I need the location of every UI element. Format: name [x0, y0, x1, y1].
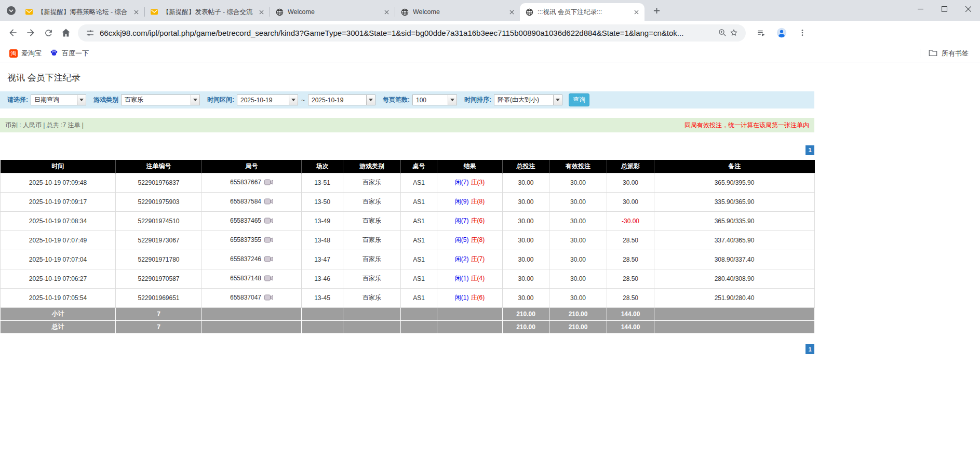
tune-icon[interactable]: [84, 27, 96, 38]
result-banker: 庄(6): [471, 294, 485, 301]
media-controls-icon[interactable]: [753, 25, 769, 40]
close-icon[interactable]: [632, 8, 640, 16]
cell-result: 闲(7)庄(6): [437, 211, 503, 230]
search-button[interactable]: 查询: [569, 93, 589, 106]
window-close-button[interactable]: [956, 0, 980, 18]
url-text[interactable]: 66cxkj98.com/ipl/portal.php/game/betreco…: [100, 29, 713, 37]
tab-forum-1[interactable]: 【新提醒】海燕策略论坛 - 综合: [20, 3, 144, 21]
column-header: 总投注: [503, 160, 549, 173]
page-size-label: 每页笔数:: [383, 96, 410, 104]
bet-table: 时间注单编号局号场次游戏类别桌号结果总投注有效投注总派彩备注 2025-10-1…: [0, 160, 815, 334]
taobao-icon: 淘: [9, 49, 18, 58]
home-button[interactable]: [57, 24, 75, 42]
bookmark-taobao[interactable]: 淘 爱淘宝: [5, 47, 46, 60]
close-icon[interactable]: [382, 8, 391, 16]
folder-icon: [929, 49, 937, 58]
round-number: 655837355: [230, 236, 261, 243]
bookmark-baidu[interactable]: 百度一下: [46, 46, 93, 60]
result-player: 闲(7): [455, 179, 469, 186]
table-row: 2025-10-19 07:09:17 522901975903 6558375…: [1, 192, 815, 211]
cell-valid-bet: 30.00: [549, 192, 607, 211]
round-number: 655837047: [230, 294, 261, 301]
cell-total-bet-link[interactable]: 30.00: [503, 250, 549, 269]
menu-kebab-icon[interactable]: [795, 25, 810, 40]
cell-valid-bet: 30.00: [549, 173, 607, 192]
zoom-icon[interactable]: [717, 27, 728, 38]
cell-total-bet-link[interactable]: 30.00: [503, 288, 549, 307]
date-to-value: 2025-10-19: [308, 95, 366, 105]
cell-game-type: 百家乐: [343, 173, 401, 192]
minimize-button[interactable]: [908, 0, 932, 18]
column-header: 备注: [654, 160, 815, 173]
cell-total-bet-link[interactable]: 30.00: [503, 192, 549, 211]
video-replay-icon[interactable]: [264, 237, 273, 245]
video-replay-icon[interactable]: [264, 180, 273, 187]
forward-button[interactable]: [22, 24, 39, 42]
new-tab-button[interactable]: [650, 4, 663, 17]
cell-session: 13-51: [302, 173, 343, 192]
cell-bet-id: 522901969651: [116, 288, 202, 307]
sort-label: 时间排序:: [464, 96, 491, 104]
maximize-button[interactable]: [932, 0, 956, 18]
video-replay-icon[interactable]: [264, 199, 273, 206]
date-to-select[interactable]: 2025-10-19: [308, 94, 375, 105]
bookmark-star-icon[interactable]: [728, 27, 740, 38]
cell-session: 13-45: [302, 288, 343, 307]
table-row: 2025-10-19 07:05:54 522901969651 6558370…: [1, 288, 815, 307]
subtotal-valid-bet: 210.00: [549, 307, 607, 320]
cell-remark: 308.90/337.40: [654, 250, 815, 269]
mail-icon: [150, 8, 158, 16]
chevron-down-icon: [289, 95, 298, 105]
cell-result: 闲(9)庄(8): [437, 192, 503, 211]
cell-session: 13-47: [302, 250, 343, 269]
close-icon[interactable]: [132, 8, 140, 16]
video-replay-icon[interactable]: [264, 295, 273, 302]
total-total-bet: 210.00: [503, 320, 549, 333]
video-replay-icon[interactable]: [264, 256, 273, 264]
sort-select[interactable]: 降幂(由大到小): [494, 94, 562, 105]
date-from-select[interactable]: 2025-10-19: [237, 94, 298, 105]
subtotal-label: 小计: [1, 307, 116, 320]
table-row: 2025-10-19 07:07:04 522901971780 6558372…: [1, 250, 815, 269]
cell-payout: 30.00: [607, 192, 654, 211]
column-header: 注单编号: [116, 160, 202, 173]
query-type-value: 日期查询: [31, 95, 77, 105]
cell-valid-bet: 30.00: [549, 250, 607, 269]
query-type-select[interactable]: 日期查询: [31, 94, 86, 105]
close-icon[interactable]: [507, 8, 516, 16]
tab-forum-2[interactable]: 【新提醒】发表帖子 - 综合交流: [145, 3, 270, 21]
close-icon[interactable]: [257, 8, 265, 16]
filter-bar: 请选择: 日期查询 游戏类别 百家乐 时间区间: 2025-10-19 ~ 20…: [0, 91, 814, 109]
cell-payout: 30.00: [607, 173, 654, 192]
video-replay-icon[interactable]: [264, 218, 273, 225]
game-type-select[interactable]: 百家乐: [121, 94, 200, 105]
result-player: 闲(5): [455, 236, 469, 243]
subtotal-row: 小计 7 210.00 210.00 144.00: [1, 307, 815, 320]
all-bookmarks[interactable]: 所有书签: [920, 49, 978, 58]
profile-avatar[interactable]: [774, 25, 789, 40]
tab-title: 【新提醒】发表帖子 - 综合交流: [163, 8, 254, 17]
cell-bet-id: 522901971780: [116, 250, 202, 269]
tab-bet-record-active[interactable]: :::视讯 会员下注纪录:::: [520, 3, 645, 21]
cell-total-bet-link[interactable]: 30.00: [503, 211, 549, 230]
column-header: 局号: [202, 160, 302, 173]
refresh-button[interactable]: [39, 24, 57, 42]
tab-welcome-2[interactable]: Welcome: [395, 3, 520, 21]
pagination-page-1[interactable]: 1: [806, 344, 814, 354]
cell-total-bet-link[interactable]: 30.00: [503, 230, 549, 250]
pagination-page-1[interactable]: 1: [806, 145, 814, 155]
cell-game-type: 百家乐: [343, 269, 401, 288]
notice-text: 同局有效投注，统一计算在该局第一张注单内: [684, 121, 809, 130]
back-button[interactable]: [4, 24, 22, 42]
table-row: 2025-10-19 07:08:34 522901974510 6558374…: [1, 211, 815, 230]
tab-welcome-1[interactable]: Welcome: [270, 3, 395, 21]
chevron-down-icon: [77, 95, 86, 105]
result-player: 闲(1): [455, 275, 469, 282]
cell-total-bet-link[interactable]: 30.00: [503, 269, 549, 288]
video-replay-icon[interactable]: [264, 276, 273, 283]
tab-list-chevron-icon[interactable]: [4, 4, 18, 17]
column-header: 结果: [437, 160, 503, 173]
cell-total-bet-link[interactable]: 30.00: [503, 173, 549, 192]
page-size-select[interactable]: 100: [412, 94, 457, 105]
address-bar[interactable]: 66cxkj98.com/ipl/portal.php/game/betreco…: [78, 24, 746, 42]
